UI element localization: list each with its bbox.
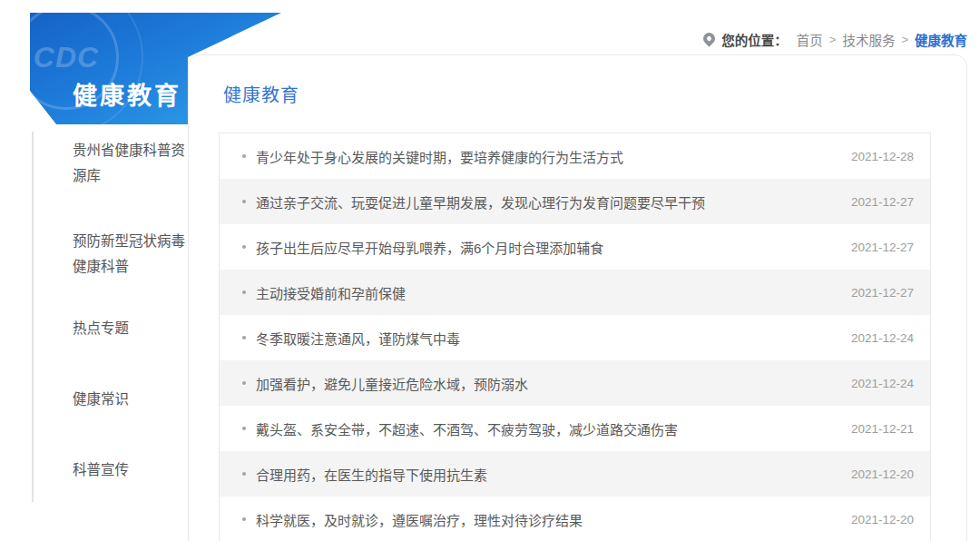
content-panel: 健康教育 青少年处于身心发展的关键时期，要培养健康的行为生活方式 2021-12… <box>188 54 967 541</box>
article-date: 2021-12-20 <box>851 467 914 481</box>
location-pin-icon <box>701 30 718 46</box>
cdc-logo-text: CDC <box>34 41 99 74</box>
breadcrumb-label: 您的位置： <box>721 30 788 49</box>
article-title-link[interactable]: 主动接受婚前和孕前保健 <box>256 283 833 302</box>
bullet-icon <box>242 517 246 521</box>
bullet-icon <box>242 472 246 476</box>
article-date: 2021-12-21 <box>851 422 914 436</box>
breadcrumb-tech-services-link[interactable]: 技术服务 <box>842 30 895 49</box>
article-date: 2021-12-27 <box>851 241 914 254</box>
sidebar-item-health-science-resource-library[interactable]: 贵州省健康科普资源库 <box>73 138 192 189</box>
sidebar-item-covid-prevention-science[interactable]: 预防新型冠状病毒健康科普 <box>73 229 192 280</box>
breadcrumb: 您的位置： 首页 > 技术服务 > 健康教育 <box>703 30 967 49</box>
sidebar-item-science-publicity[interactable]: 科普宣传 <box>73 457 192 483</box>
bullet-icon <box>242 245 246 249</box>
article-title-link[interactable]: 合理用药，在医生的指导下使用抗生素 <box>256 465 833 484</box>
breadcrumb-separator: > <box>829 33 837 46</box>
article-date: 2021-12-27 <box>851 286 914 300</box>
article-title-link[interactable]: 冬季取暖注意通风，谨防煤气中毒 <box>256 329 833 348</box>
article-row[interactable]: 通过亲子交流、玩耍促进儿童早期发展，发现心理行为发育问题要尽早干预 2021-1… <box>220 179 930 224</box>
article-date: 2021-12-27 <box>851 195 914 209</box>
sidebar-item-hot-topics[interactable]: 热点专题 <box>73 316 192 341</box>
article-list: 青少年处于身心发展的关键时期，要培养健康的行为生活方式 2021-12-28 通… <box>219 133 931 541</box>
article-date: 2021-12-28 <box>851 150 914 163</box>
article-row[interactable]: 孩子出生后应尽早开始母乳喂养，满6个月时合理添加辅食 2021-12-27 <box>220 224 930 270</box>
article-row[interactable]: 戴头盔、系安全带，不超速、不酒驾、不疲劳驾驶，减少道路交通伤害 2021-12-… <box>220 406 930 451</box>
breadcrumb-home-link[interactable]: 首页 <box>797 30 823 49</box>
article-title-link[interactable]: 加强看护，避免儿童接近危险水域，预防溺水 <box>256 374 833 393</box>
breadcrumb-current-page[interactable]: 健康教育 <box>915 30 967 49</box>
bullet-icon <box>242 200 246 203</box>
sidebar-item-health-knowledge[interactable]: 健康常识 <box>73 387 192 412</box>
article-date: 2021-12-24 <box>851 331 914 345</box>
bullet-icon <box>242 427 246 430</box>
bullet-icon <box>242 290 246 294</box>
article-row[interactable]: 冬季取暖注意通风，谨防煤气中毒 2021-12-24 <box>220 315 930 360</box>
article-row[interactable]: 主动接受婚前和孕前保健 2021-12-27 <box>220 270 930 315</box>
article-title-link[interactable]: 青少年处于身心发展的关键时期，要培养健康的行为生活方式 <box>256 147 833 166</box>
article-date: 2021-12-20 <box>851 513 914 526</box>
breadcrumb-separator: > <box>901 33 908 46</box>
article-row[interactable]: 合理用药，在医生的指导下使用抗生素 2021-12-20 <box>220 451 930 497</box>
article-title-link[interactable]: 科学就医，及时就诊，遵医嘱治疗，理性对待诊疗结果 <box>256 510 833 529</box>
article-row[interactable]: 科学就医，及时就诊，遵医嘱治疗，理性对待诊疗结果 2021-12-20 <box>220 497 930 541</box>
bullet-icon <box>242 381 246 385</box>
article-row[interactable]: 青少年处于身心发展的关键时期，要培养健康的行为生活方式 2021-12-28 <box>220 133 930 179</box>
article-title-link[interactable]: 通过亲子交流、玩耍促进儿童早期发展，发现心理行为发育问题要尽早干预 <box>256 192 833 211</box>
article-title-link[interactable]: 戴头盔、系安全带，不超速、不酒驾、不疲劳驾驶，减少道路交通伤害 <box>256 419 833 438</box>
article-row[interactable]: 加强看护，避免儿童接近危险水域，预防溺水 2021-12-24 <box>220 360 930 406</box>
page-title: 健康教育 <box>223 81 299 107</box>
article-date: 2021-12-24 <box>851 377 914 390</box>
bullet-icon <box>242 154 246 158</box>
article-title-link[interactable]: 孩子出生后应尽早开始母乳喂养，满6个月时合理添加辅食 <box>256 238 833 257</box>
banner-title: 健康教育 <box>73 76 181 112</box>
sidebar-menu: 贵州省健康科普资源库 预防新型冠状病毒健康科普 热点专题 健康常识 科普宣传 <box>73 138 192 483</box>
bullet-icon <box>242 336 246 339</box>
sidebar-divider-line <box>32 132 34 502</box>
